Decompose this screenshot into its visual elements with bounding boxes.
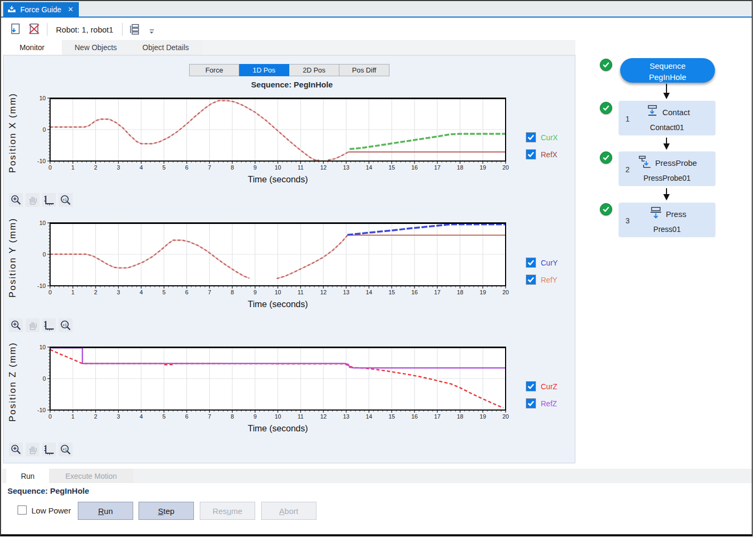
svg-text:0: 0 <box>43 126 46 133</box>
svg-text:12: 12 <box>320 164 327 171</box>
pan-hand-icon[interactable] <box>26 193 39 207</box>
layout-icon[interactable] <box>129 23 142 36</box>
svg-text:7: 7 <box>208 164 211 171</box>
toolbar: Robot: 1, robot1 <box>1 19 752 40</box>
view-force[interactable]: Force <box>189 64 239 76</box>
low-power-label: Low Power <box>31 506 71 515</box>
svg-text:14: 14 <box>365 413 372 420</box>
svg-text:2: 2 <box>94 413 97 420</box>
refy-checkbox[interactable] <box>526 275 536 285</box>
svg-text:0: 0 <box>43 251 46 258</box>
import-icon <box>7 6 16 13</box>
zoom-in-icon[interactable] <box>9 318 23 332</box>
refz-checkbox[interactable] <box>526 398 536 408</box>
flow-arrow-icon <box>663 84 670 100</box>
flow-root-sequence[interactable]: SequencePegInHole <box>620 58 715 83</box>
cury-checkbox[interactable] <box>526 258 536 268</box>
svg-text:15: 15 <box>388 289 395 295</box>
flow-node-contact[interactable]: 1 Contact Contact01 <box>619 101 716 135</box>
legend-cury: CurY <box>526 258 558 268</box>
zoom-reset-icon[interactable]: ×1 <box>59 318 72 332</box>
zoom-in-icon[interactable] <box>9 443 23 456</box>
svg-text:4: 4 <box>140 164 143 171</box>
tab-execute-motion[interactable]: Execute Motion <box>49 469 133 483</box>
svg-text:2: 2 <box>94 164 97 171</box>
svg-text:-10: -10 <box>37 407 46 413</box>
nav-tab-strip: Monitor New Objects Object Details <box>2 40 575 55</box>
legend-refz: RefZ <box>526 398 557 408</box>
toolbar-overflow[interactable] <box>149 29 155 35</box>
svg-text:20: 20 <box>502 289 509 295</box>
load-monitor-icon[interactable] <box>10 23 21 36</box>
refx-checkbox[interactable] <box>526 149 536 159</box>
abort-button[interactable]: Abort <box>261 502 316 520</box>
svg-text:8: 8 <box>231 164 234 171</box>
flow-node-press[interactable]: 3 Press Press01 <box>619 203 716 237</box>
svg-text:7: 7 <box>208 289 211 295</box>
flow-arrow-icon <box>663 138 670 150</box>
resume-button[interactable]: Resume <box>200 502 255 520</box>
tab-monitor[interactable]: Monitor <box>2 40 62 55</box>
curz-checkbox[interactable] <box>526 381 536 391</box>
svg-text:6: 6 <box>185 289 188 295</box>
pan-hand-icon[interactable] <box>26 443 39 456</box>
svg-text:11: 11 <box>298 289 304 295</box>
zoom-reset-icon[interactable]: ×1 <box>59 193 72 207</box>
close-icon[interactable]: ✕ <box>68 5 74 13</box>
svg-text:9: 9 <box>254 413 257 420</box>
svg-text:5: 5 <box>162 164 166 171</box>
svg-text:10: 10 <box>274 164 281 171</box>
position-x-chart: 01234567891011121314151617181920100-10Po… <box>5 91 515 192</box>
svg-text:16: 16 <box>411 413 418 420</box>
svg-text:13: 13 <box>343 413 349 420</box>
svg-text:12: 12 <box>320 413 327 420</box>
robot-label: Robot: 1, robot1 <box>54 25 116 34</box>
zoom-toolbar-z: ×1 <box>9 443 72 456</box>
low-power-checkbox[interactable] <box>18 505 27 515</box>
force-guide-window: Force Guide ✕ Robot: 1, robot1 Monitor N… <box>0 0 753 536</box>
svg-text:18: 18 <box>457 289 463 295</box>
flow-node-pressprobe[interactable]: 2 PressProbe PressProbe01 <box>619 151 716 186</box>
view-2d-pos[interactable]: 2D Pos <box>289 64 339 76</box>
run-button[interactable]: Run <box>78 502 133 520</box>
toolbar-separator <box>47 23 47 36</box>
tab-object-details[interactable]: Object Details <box>129 40 201 55</box>
contact-icon <box>644 104 660 120</box>
view-1d-pos[interactable]: 1D Pos <box>239 64 289 76</box>
svg-text:14: 14 <box>365 164 372 171</box>
svg-text:10: 10 <box>39 220 46 226</box>
svg-text:2: 2 <box>94 289 97 295</box>
curx-checkbox[interactable] <box>526 132 536 142</box>
pan-hand-icon[interactable] <box>26 318 39 332</box>
overflow-arrow-icon <box>149 29 155 35</box>
run-tab-strip: Run Execute Motion <box>2 469 753 483</box>
step-button[interactable]: Step <box>139 502 194 520</box>
view-switcher: Force 1D Pos 2D Pos Pos Diff <box>189 64 389 76</box>
view-pos-diff[interactable]: Pos Diff <box>339 64 389 76</box>
svg-text:3: 3 <box>117 289 120 295</box>
svg-text:-10: -10 <box>37 158 46 164</box>
svg-text:Time (seconds): Time (seconds) <box>248 174 308 184</box>
status-check-icon <box>600 151 612 164</box>
tab-new-objects[interactable]: New Objects <box>62 40 129 55</box>
svg-text:11: 11 <box>298 413 304 420</box>
legend-curz: CurZ <box>526 381 557 391</box>
svg-text:4: 4 <box>140 289 143 295</box>
zoom-in-icon[interactable] <box>9 193 23 207</box>
monitor-panel: Force 1D Pos 2D Pos Pos Diff Sequence: P… <box>3 55 575 463</box>
svg-text:9: 9 <box>254 164 257 171</box>
axis-scale-icon[interactable] <box>42 193 56 207</box>
svg-text:7: 7 <box>208 413 211 420</box>
svg-text:0: 0 <box>48 413 52 420</box>
clear-monitor-icon[interactable] <box>28 23 40 36</box>
zoom-reset-icon[interactable]: ×1 <box>59 443 72 456</box>
axis-scale-icon[interactable] <box>42 443 56 456</box>
svg-text:-10: -10 <box>37 283 46 289</box>
svg-text:18: 18 <box>457 413 463 420</box>
svg-text:×1: ×1 <box>62 197 67 202</box>
axis-scale-icon[interactable] <box>42 318 56 332</box>
svg-text:3: 3 <box>117 164 120 171</box>
tab-force-guide[interactable]: Force Guide ✕ <box>3 2 79 17</box>
tab-run[interactable]: Run <box>6 469 49 483</box>
run-sequence-label: Sequence: PegInHole <box>7 486 89 495</box>
